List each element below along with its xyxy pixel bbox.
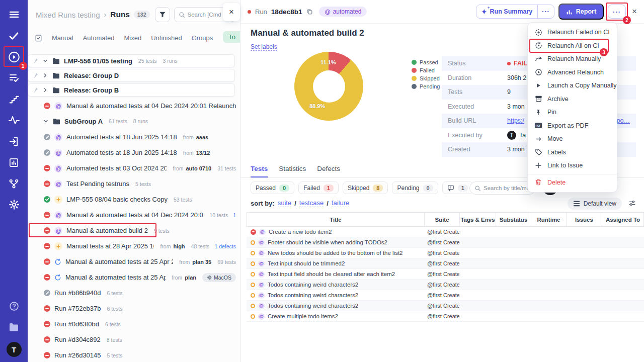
run-row[interactable]: @Manual & automated build 29 tests [28,223,240,238]
run-summary-button[interactable]: ✦+Run Summary ··· [476,5,554,19]
sort-link-suite[interactable]: suite [278,199,291,207]
menu-item-delete[interactable]: Delete [528,176,617,190]
sidebar-sign-in-icon[interactable] [8,135,21,148]
menu-item-link-to-issue[interactable]: Link to Issue [528,159,617,172]
close-icon[interactable]: × [632,7,637,17]
runs-tab-manual[interactable]: Manual [52,34,73,42]
sidebar-branch-icon[interactable] [8,177,21,190]
legend-item-failed[interactable]: Failed [412,67,440,73]
defects-count[interactable]: 1 [233,212,236,218]
run-row[interactable]: @Manual & automated tests at 04 Dec 2024… [28,207,240,223]
group-row[interactable]: Release: Group D [28,69,235,82]
group-row[interactable]: LMP-556 01/05 testing25 tests3 runs [28,54,235,67]
test-row[interactable]: @Create a new todo item2@first Create … [247,227,644,237]
run-summary-more-button[interactable]: ··· [537,5,554,18]
avatar[interactable]: T [7,342,22,357]
runs-tab-groups[interactable]: Groups [192,34,213,42]
group-row[interactable]: Release: Group B [28,83,235,97]
run-row[interactable]: @Manual & automated tests at 04 Dec 2024… [28,98,240,114]
column-header-substatus[interactable]: Substatus [496,213,531,226]
run-row[interactable]: Manual & automated tests at 25 Apr 2025 … [28,254,240,269]
chevron-down-icon[interactable] [42,58,48,64]
menu-item-archive[interactable]: Archive [528,93,617,106]
column-header-issues[interactable]: Issues [567,213,602,226]
runs-tab-unfinished[interactable]: Unfinished [151,34,182,42]
filter-chip-skipped[interactable]: Skipped8 [343,182,388,194]
sidebar-steps-icon[interactable] [8,93,21,106]
tab-defects[interactable]: Defects [317,165,340,177]
menu-item-relaunch-all-on-ci[interactable]: Relaunch All on CI3 [528,39,617,53]
test-row[interactable]: @Todos containing weird characters2@firs… [247,290,644,301]
panel-close-button[interactable]: × [223,3,240,21]
report-button[interactable]: Report [558,4,604,20]
run-row[interactable]: Run #d304c8928 tests [28,332,240,347]
tab-statistics[interactable]: Statistics [279,165,306,177]
filter-chip-comments[interactable]: 1 [442,182,473,194]
run-row[interactable]: Run #b86b940d6 tests [28,285,240,301]
test-row[interactable]: @New todos should be added to the bottom… [247,248,644,258]
run-row[interactable]: @Automated tests at 18 Jun 2025 14:18fro… [28,145,240,160]
run-row[interactable]: @Test Pending testruns5 tests [28,176,240,192]
column-header-suite[interactable]: Suite [425,213,460,226]
sidebar-runs-list-icon[interactable] [8,71,21,84]
sidebar-help-icon[interactable] [8,300,21,313]
sidebar-settings-icon[interactable] [8,198,21,211]
breadcrumb-project[interactable]: Mixed Runs testing [36,11,100,19]
test-row[interactable]: @Footer should be visible when adding TO… [247,237,644,248]
sidebar-play-circle-icon[interactable]: 1 [8,50,21,63]
sidebar-bar-chart-icon[interactable] [8,156,21,169]
sidebar-pulse-icon[interactable] [8,114,21,127]
today-chip[interactable]: To [223,31,240,43]
run-row[interactable]: Run #752eb37b6 tests [28,301,240,316]
menu-item-export-as-pdf[interactable]: PDFExport as PDF [528,119,617,133]
legend-item-skipped[interactable]: Skipped [412,75,440,81]
filter-chip-failed[interactable]: Failed1 [298,182,339,194]
runs-tab-mixed[interactable]: Mixed [124,34,142,42]
set-labels-link[interactable]: Set labels [251,43,277,51]
runs-tab-automated[interactable]: Automated [83,34,115,42]
filter-button[interactable] [155,7,170,22]
group-row[interactable]: SubGroup A61 tests8 runs [28,115,235,128]
run-row[interactable]: Manual tests at 28 Apr 2025 16:50fromhig… [28,238,240,254]
sidebar-projects-icon[interactable] [8,321,21,334]
menu-item-labels[interactable]: Labels [528,146,617,159]
tests-search[interactable] [469,182,536,195]
breadcrumb-section[interactable]: Runs [110,10,130,19]
menu-item-launch-a-copy-manually[interactable]: Launch a Copy Manually [528,79,617,93]
run-row[interactable]: @Automated tests at 18 Jun 2025 14:18fro… [28,129,240,145]
defects-count[interactable]: 1 defects [214,243,236,249]
filter-chip-passed[interactable]: Passed0 [251,182,294,194]
sort-link-testcase[interactable]: testcase [299,199,324,207]
menu-item-advanced-relaunch[interactable]: Advanced Relaunch [528,66,617,79]
legend-item-passed[interactable]: Passed [412,59,440,65]
chevron-right-icon[interactable] [42,72,48,78]
run-row[interactable]: Manual & automated tests at 25 Apr 2025 … [28,269,240,285]
column-header-assigned-to[interactable]: Assigned To [602,213,643,226]
run-row[interactable]: Run #26d301455 tests [28,347,240,362]
menu-item-move[interactable]: Move [528,132,617,146]
sliders-icon[interactable] [628,200,636,207]
test-row[interactable]: @Text input should be trimmed2@first Cre… [247,258,644,269]
chevron-down-icon[interactable] [43,118,49,124]
automated-badge[interactable]: @ automated [319,7,367,17]
test-row[interactable]: @Text input field should be cleared afte… [247,269,644,280]
tab-tests[interactable]: Tests [251,165,268,177]
run-row[interactable]: @Automated tests at 03 Oct 2024 20:25fro… [28,160,240,176]
column-header-title[interactable]: Title [247,213,425,226]
build-url-link-end[interactable]: po… [617,117,630,124]
test-row[interactable]: @Todos containing weird characters2@firs… [247,301,644,311]
legend-item-pending[interactable]: Pending [412,83,440,89]
chevron-right-icon[interactable] [42,87,48,93]
clipboard-check-icon[interactable] [35,34,42,42]
default-view-button[interactable]: Default view [568,198,622,210]
more-actions-button[interactable]: ··· [608,5,626,19]
test-row[interactable]: @Create multiple todo items2@first Creat… [247,311,644,322]
menu-item-relaunch-failed-on-ci[interactable]: Relaunch Failed on CI [528,26,617,39]
column-header-tags-envs[interactable]: Tags & Envs [460,213,496,226]
tests-search-input[interactable] [484,185,534,191]
sidebar-menu-icon[interactable] [8,8,21,21]
build-url-link[interactable]: https:/ [507,117,524,124]
run-row[interactable]: Run #0d63f0bd6 tests [28,316,240,332]
test-row[interactable]: @Todos containing weird characters2@firs… [247,280,644,290]
column-header-runtime[interactable]: Runtime [531,213,567,226]
